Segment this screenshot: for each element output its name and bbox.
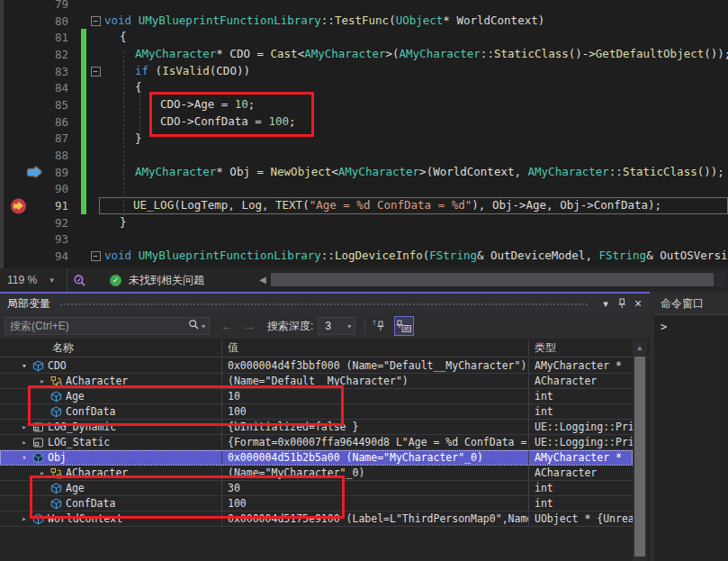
- cell-name[interactable]: ▾Obj: [0, 450, 222, 465]
- cell-name[interactable]: ConfData: [0, 496, 222, 511]
- expander-open-icon[interactable]: ▾: [18, 361, 31, 370]
- cell-name[interactable]: ▸LOG_Dynamic: [0, 420, 222, 434]
- fold-toggle[interactable]: −: [86, 67, 104, 77]
- cell-name[interactable]: ▸ACharacter: [0, 466, 222, 480]
- code-editor[interactable]: 7980−void UMyBlueprintFunctionLibrary::T…: [0, 0, 728, 268]
- vertical-scrollbar[interactable]: ▲: [633, 340, 647, 561]
- expander-closed-icon[interactable]: ▸: [18, 438, 31, 447]
- breakpoint-margin[interactable]: [0, 0, 27, 13]
- cell-value[interactable]: 0x000004d5175e9100 (Label=L"ThirdPersonM…: [222, 511, 529, 526]
- expander-closed-icon[interactable]: ▸: [18, 514, 31, 523]
- pin-property-values-button[interactable]: ab: [394, 316, 414, 336]
- command-window-panel[interactable]: 命令窗口 >: [654, 292, 728, 561]
- command-window-body[interactable]: >: [654, 314, 728, 561]
- bookmark-icon[interactable]: [28, 167, 41, 177]
- scroll-up-icon[interactable]: ▲: [633, 340, 647, 352]
- breakpoint-margin[interactable]: [0, 63, 27, 80]
- cell-name[interactable]: ▸ACharacter: [0, 374, 222, 388]
- fold-toggle[interactable]: −: [86, 251, 104, 261]
- breakpoint-margin[interactable]: [0, 13, 27, 30]
- pin-icon[interactable]: [614, 295, 630, 312]
- cell-value[interactable]: 100: [222, 404, 529, 419]
- code-line-79[interactable]: 79: [0, 0, 728, 13]
- column-header-type[interactable]: 类型: [529, 340, 650, 356]
- code-line-84[interactable]: 84{: [0, 79, 728, 96]
- breakpoint-margin[interactable]: [0, 29, 27, 46]
- locals-row-ACharacter[interactable]: ▸ACharacter(Name="MyCharacter"_0)ACharac…: [0, 466, 633, 481]
- column-header-name[interactable]: 名称: [0, 340, 222, 356]
- expander-closed-icon[interactable]: ▸: [18, 422, 31, 431]
- cell-value[interactable]: 10: [222, 389, 529, 403]
- breakpoint-margin[interactable]: [0, 96, 27, 113]
- breakpoint-margin[interactable]: [0, 113, 27, 131]
- code-line-92[interactable]: 92}: [0, 214, 728, 231]
- code-line-94[interactable]: 94−void UMyBlueprintFunctionLibrary::Log…: [0, 248, 728, 265]
- code-line-81[interactable]: 81{: [0, 29, 728, 46]
- locals-row-ConfData[interactable]: ConfData100int: [0, 496, 633, 511]
- cell-name[interactable]: Age: [0, 389, 222, 403]
- cell-name[interactable]: ▸WorldContext: [0, 511, 222, 526]
- code-line-83[interactable]: 83−if (IsValid(CDO)): [0, 63, 728, 80]
- locals-row-LOG_Dynamic[interactable]: ▸LOG_Dynamic{bInitialized=false }UE::Log…: [0, 420, 633, 435]
- code-line-91[interactable]: 91UE_LOG(LogTemp, Log, TEXT("Age = %d Co…: [0, 197, 728, 214]
- column-header-value[interactable]: 值: [222, 340, 529, 356]
- breakpoint-margin[interactable]: [0, 248, 27, 265]
- window-menu-icon[interactable]: ▾: [598, 295, 614, 312]
- code-line-80[interactable]: 80−void UMyBlueprintFunctionLibrary::Tes…: [0, 13, 728, 30]
- locals-row-CDO[interactable]: ▾CDO0x000004d4f3bbf000 (Name="Default__M…: [0, 358, 633, 374]
- cell-value[interactable]: (Name="Default__MyCharacter"): [222, 374, 529, 388]
- locals-row-ACharacter[interactable]: ▸ACharacter(Name="Default__MyCharacter")…: [0, 374, 633, 389]
- breakpoint-current-statement-icon[interactable]: [11, 198, 26, 213]
- expander-closed-icon[interactable]: ▸: [36, 376, 49, 385]
- drag-grip[interactable]: [59, 302, 589, 306]
- chevron-down-icon[interactable]: ▾: [202, 322, 205, 330]
- fold-toggle[interactable]: −: [86, 16, 104, 26]
- cell-value[interactable]: {Format=0x00007ffa964490d8 L"Age = %d Co…: [222, 435, 529, 449]
- scroll-left-icon[interactable]: ◀: [259, 275, 266, 285]
- locals-row-Age[interactable]: Age30int: [0, 481, 633, 496]
- locals-row-ConfData[interactable]: ConfData100int: [0, 404, 633, 420]
- pin-to-source-button[interactable]: T: [370, 316, 390, 336]
- cell-value[interactable]: 100: [222, 496, 529, 511]
- breakpoint-margin[interactable]: [0, 164, 27, 181]
- code-line-85[interactable]: 85CDO->Age = 10;: [0, 96, 728, 113]
- horizontal-scrollbar[interactable]: [271, 273, 726, 286]
- cell-value[interactable]: 0x000004d4f3bbf000 (Name="Default__MyCha…: [222, 358, 529, 373]
- code-line-89[interactable]: 89AMyCharacter* Obj = NewObject<AMyChara…: [0, 164, 728, 181]
- expander-closed-icon[interactable]: ▸: [36, 468, 49, 477]
- breakpoint-margin[interactable]: [0, 197, 27, 214]
- code-line-88[interactable]: 88: [0, 147, 728, 164]
- nav-forward-icon[interactable]: →: [243, 320, 255, 333]
- nav-back-icon[interactable]: ←: [220, 320, 232, 333]
- breakpoint-margin[interactable]: [0, 231, 27, 249]
- search-depth-combo[interactable]: 3 ▾: [318, 317, 355, 335]
- breakpoint-margin[interactable]: [0, 46, 27, 63]
- code-line-82[interactable]: 82AMyCharacter* CDO = Cast<AMyCharacter>…: [0, 46, 728, 63]
- code-line-93[interactable]: 93: [0, 231, 728, 249]
- cell-name[interactable]: Age: [0, 481, 222, 495]
- zoom-combo[interactable]: 119 % ▾: [0, 268, 67, 292]
- cell-value[interactable]: 0x000004d51b2b5a00 (Name="MyCharacter"_0…: [222, 450, 529, 465]
- locals-row-Age[interactable]: Age10int: [0, 389, 633, 404]
- close-icon[interactable]: ×: [630, 295, 646, 312]
- locals-title-bar[interactable]: 局部变量 ▾ ×: [0, 294, 650, 313]
- cell-value[interactable]: 30: [222, 481, 529, 495]
- cell-name[interactable]: ▾CDO: [0, 358, 222, 373]
- cell-name[interactable]: ▸LOG_Static: [0, 435, 222, 449]
- breakpoint-margin[interactable]: [0, 181, 27, 198]
- command-prompt[interactable]: >: [654, 315, 728, 333]
- code-line-87[interactable]: 87}: [0, 131, 728, 148]
- code-analysis-icon[interactable]: [73, 274, 86, 287]
- breakpoint-margin[interactable]: [0, 214, 27, 231]
- locals-row-Obj[interactable]: ▾Obj0x000004d51b2b5a00 (Name="MyCharacte…: [0, 450, 633, 466]
- vertical-scrollbar-thumb[interactable]: [634, 357, 645, 556]
- breakpoint-margin[interactable]: [0, 131, 27, 148]
- cell-value[interactable]: {bInitialized=false }: [222, 420, 529, 434]
- cell-value[interactable]: (Name="MyCharacter"_0): [222, 466, 529, 480]
- locals-row-LOG_Static[interactable]: ▸LOG_Static{Format=0x00007ffa964490d8 L"…: [0, 435, 633, 450]
- search-icon[interactable]: [188, 318, 200, 334]
- search-input[interactable]: 搜索(Ctrl+E) ▾: [4, 317, 210, 335]
- horizontal-scrollbar-thumb[interactable]: [271, 273, 714, 286]
- breakpoint-margin[interactable]: [0, 147, 27, 164]
- breakpoint-margin[interactable]: [0, 79, 27, 96]
